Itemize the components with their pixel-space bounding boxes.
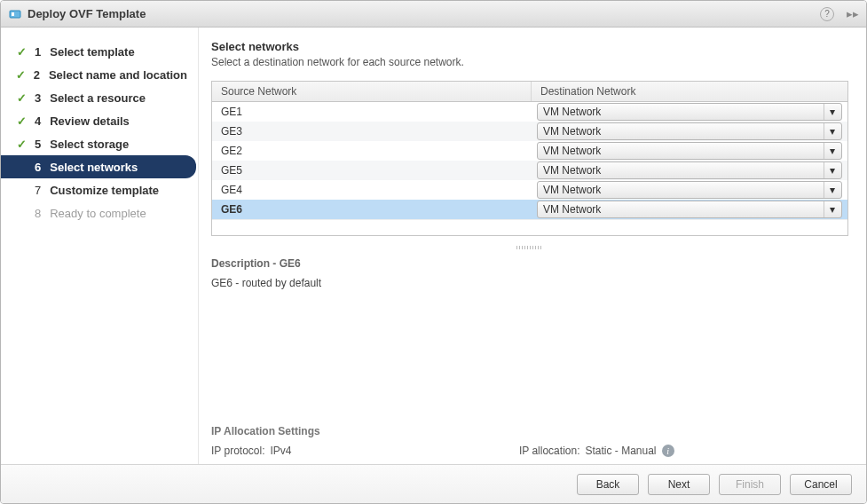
content-pane: Select networks Select a destination net…: [199, 28, 866, 464]
destination-network-cell: VM Network▾: [532, 141, 847, 161]
dropdown-label: VM Network: [543, 203, 824, 216]
chevron-down-icon: ▾: [824, 182, 839, 198]
ip-allocation-label: IP allocation:: [519, 445, 580, 457]
dropdown-label: VM Network: [543, 145, 824, 157]
dropdown-label: VM Network: [543, 184, 824, 196]
destination-network-dropdown[interactable]: VM Network▾: [537, 103, 842, 121]
page-subtitle: Select a destination network for each so…: [211, 56, 848, 68]
ip-protocol-value: IPv4: [270, 445, 291, 457]
step-label: Select storage: [50, 138, 129, 151]
wizard-steps: ✓1Select template✓2Select name and locat…: [1, 28, 199, 464]
step-number: 6: [35, 161, 41, 174]
dropdown-label: VM Network: [543, 125, 824, 138]
destination-network-cell: VM Network▾: [532, 122, 847, 141]
ovf-icon: [8, 7, 22, 21]
check-icon: ✓: [15, 114, 28, 128]
table-row[interactable]: GE3VM Network▾: [212, 122, 847, 141]
info-icon[interactable]: i: [662, 445, 674, 457]
wizard-step-1[interactable]: ✓1Select template: [1, 40, 196, 63]
wizard-step-8: ✓8Ready to complete: [1, 201, 196, 224]
step-number: 3: [35, 91, 41, 105]
step-number: 2: [34, 68, 40, 82]
page-title: Select networks: [211, 40, 848, 53]
titlebar: Deploy OVF Template ? ▸▸: [1, 1, 866, 28]
destination-network-dropdown[interactable]: VM Network▾: [537, 161, 842, 179]
step-label: Select networks: [50, 161, 138, 174]
next-button[interactable]: Next: [648, 474, 710, 495]
svg-rect-0: [10, 11, 20, 18]
step-number: 1: [35, 45, 41, 59]
description-text: GE6 - routed by default: [211, 277, 848, 289]
column-source[interactable]: Source Network: [212, 82, 532, 101]
dropdown-label: VM Network: [543, 164, 824, 177]
table-row[interactable]: GE6VM Network▾: [212, 200, 847, 219]
table-filler: [212, 219, 847, 235]
wizard-step-6[interactable]: ✓6Select networks: [1, 155, 196, 178]
step-label: Customize template: [50, 184, 159, 197]
chevron-down-icon: ▾: [824, 143, 839, 159]
destination-network-dropdown[interactable]: VM Network▾: [537, 181, 842, 199]
check-icon: ✓: [15, 138, 28, 151]
table-row[interactable]: GE1VM Network▾: [212, 102, 847, 122]
pin-icon[interactable]: ▸▸: [847, 7, 859, 20]
destination-network-cell: VM Network▾: [532, 200, 847, 219]
wizard-step-4[interactable]: ✓4Review details: [1, 109, 196, 132]
check-icon: ✓: [15, 45, 28, 59]
check-icon: ✓: [15, 184, 28, 197]
wizard-step-5[interactable]: ✓5Select storage: [1, 132, 196, 155]
dropdown-label: VM Network: [543, 106, 824, 118]
source-network-cell: GE4: [212, 184, 532, 196]
svg-rect-1: [12, 12, 14, 16]
destination-network-cell: VM Network▾: [532, 102, 847, 122]
check-icon: ✓: [15, 68, 27, 82]
step-number: 4: [35, 114, 41, 128]
table-row[interactable]: GE4VM Network▾: [212, 180, 847, 200]
cancel-button[interactable]: Cancel: [790, 474, 852, 495]
deploy-ovf-dialog: Deploy OVF Template ? ▸▸ ✓1Select templa…: [0, 0, 867, 504]
ip-protocol-label: IP protocol:: [211, 445, 264, 457]
chevron-down-icon: ▾: [824, 162, 839, 178]
source-network-cell: GE2: [212, 145, 532, 157]
window-title: Deploy OVF Template: [28, 7, 146, 20]
step-number: 8: [35, 207, 41, 220]
source-network-cell: GE5: [212, 164, 532, 177]
destination-network-dropdown[interactable]: VM Network▾: [537, 142, 842, 160]
step-label: Review details: [50, 114, 130, 128]
chevron-down-icon: ▾: [824, 123, 839, 139]
ip-allocation: IP allocation: Static - Manual i: [519, 445, 674, 457]
description-title: Description - GE6: [211, 257, 848, 270]
table-row[interactable]: GE5VM Network▾: [212, 161, 847, 180]
back-button[interactable]: Back: [577, 474, 639, 495]
ip-allocation-value: Static - Manual: [585, 445, 656, 457]
column-destination[interactable]: Destination Network: [532, 82, 847, 101]
check-icon: ✓: [15, 91, 28, 105]
splitter[interactable]: [211, 245, 848, 250]
chevron-down-icon: ▾: [824, 104, 839, 120]
ip-settings-title: IP Allocation Settings: [211, 425, 848, 437]
destination-network-cell: VM Network▾: [532, 180, 847, 200]
step-label: Select a resource: [50, 91, 146, 105]
table-row[interactable]: GE2VM Network▾: [212, 141, 847, 161]
chevron-down-icon: ▾: [824, 201, 839, 217]
step-label: Ready to complete: [50, 207, 146, 220]
source-network-cell: GE1: [212, 106, 532, 118]
finish-button: Finish: [719, 474, 781, 495]
step-label: Select template: [50, 45, 134, 59]
wizard-step-3[interactable]: ✓3Select a resource: [1, 86, 196, 109]
step-number: 5: [35, 138, 41, 151]
help-icon[interactable]: ?: [820, 7, 834, 21]
destination-network-dropdown[interactable]: VM Network▾: [537, 201, 842, 218]
check-icon: ✓: [15, 161, 28, 174]
source-network-cell: GE3: [212, 125, 532, 138]
destination-network-cell: VM Network▾: [532, 161, 847, 180]
step-number: 7: [35, 184, 41, 197]
table-header: Source Network Destination Network: [212, 82, 847, 102]
source-network-cell: GE6: [212, 203, 532, 216]
wizard-step-7[interactable]: ✓7Customize template: [1, 178, 196, 201]
destination-network-dropdown[interactable]: VM Network▾: [537, 122, 842, 140]
network-mapping-table: Source Network Destination Network GE1VM…: [211, 81, 848, 236]
wizard-step-2[interactable]: ✓2Select name and location: [1, 63, 196, 86]
check-icon: ✓: [15, 207, 28, 220]
step-label: Select name and location: [49, 68, 187, 82]
footer: Back Next Finish Cancel: [1, 464, 866, 503]
